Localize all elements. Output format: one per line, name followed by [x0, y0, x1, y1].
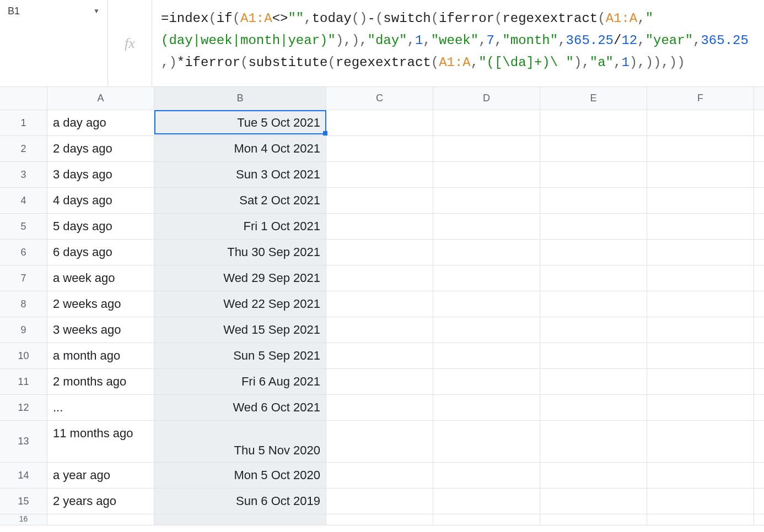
cell-F8[interactable]	[647, 291, 754, 317]
cell-F1[interactable]	[647, 110, 754, 135]
cell-C12[interactable]	[326, 395, 433, 420]
column-header-F[interactable]: F	[647, 87, 754, 110]
cell-D15[interactable]	[433, 488, 540, 514]
row-header[interactable]: 3	[0, 162, 47, 187]
cell-F4[interactable]	[647, 188, 754, 213]
row-header[interactable]: 13	[0, 421, 47, 462]
cell-F14[interactable]	[647, 463, 754, 488]
column-header-A[interactable]: A	[47, 87, 154, 110]
cell-B2[interactable]: Mon 4 Oct 2021	[154, 136, 326, 161]
cell-B4[interactable]: Sat 2 Oct 2021	[154, 188, 326, 213]
cell-C5[interactable]	[326, 214, 433, 239]
cell-E12[interactable]	[540, 395, 647, 420]
name-box[interactable]: B1 ▼	[0, 0, 108, 22]
row-header[interactable]: 1	[0, 110, 47, 135]
cell-F11[interactable]	[647, 369, 754, 394]
cell-E13[interactable]	[540, 421, 647, 462]
cell-E16[interactable]	[540, 514, 647, 525]
cell-D11[interactable]	[433, 369, 540, 394]
cell-C3[interactable]	[326, 162, 433, 187]
cell-C4[interactable]	[326, 188, 433, 213]
select-all-corner[interactable]	[0, 87, 47, 110]
cell-A14[interactable]: a year ago	[47, 463, 154, 488]
cell-D14[interactable]	[433, 463, 540, 488]
row-header[interactable]: 8	[0, 291, 47, 317]
cell-A9[interactable]: 3 weeks ago	[47, 317, 154, 343]
cell-F7[interactable]	[647, 265, 754, 291]
cell-A16[interactable]	[47, 514, 154, 525]
cell-A8[interactable]: 2 weeks ago	[47, 291, 154, 317]
cell-B16[interactable]	[154, 514, 326, 525]
cell-C11[interactable]	[326, 369, 433, 394]
cell-E1[interactable]	[540, 110, 647, 135]
row-header[interactable]: 5	[0, 214, 47, 239]
cell-C2[interactable]	[326, 136, 433, 161]
cell-B11[interactable]: Fri 6 Aug 2021	[154, 369, 326, 394]
cell-F3[interactable]	[647, 162, 754, 187]
cell-E14[interactable]	[540, 463, 647, 488]
formula-input[interactable]: =index(if(A1:A<>"",today()-(switch(iferr…	[152, 0, 764, 86]
cell-B14[interactable]: Mon 5 Oct 2020	[154, 463, 326, 488]
cell-D1[interactable]	[433, 110, 540, 135]
cell-A1[interactable]: a day ago	[47, 110, 154, 135]
cell-B3[interactable]: Sun 3 Oct 2021	[154, 162, 326, 187]
cell-D16[interactable]	[433, 514, 540, 525]
cell-F15[interactable]	[647, 488, 754, 514]
cell-C15[interactable]	[326, 488, 433, 514]
column-header-D[interactable]: D	[433, 87, 540, 110]
cell-E8[interactable]	[540, 291, 647, 317]
cell-B5[interactable]: Fri 1 Oct 2021	[154, 214, 326, 239]
cell-C10[interactable]	[326, 343, 433, 368]
cell-D2[interactable]	[433, 136, 540, 161]
column-header-E[interactable]: E	[540, 87, 647, 110]
cell-C6[interactable]	[326, 240, 433, 265]
cell-C1[interactable]	[326, 110, 433, 135]
row-header[interactable]: 7	[0, 265, 47, 291]
row-header[interactable]: 12	[0, 395, 47, 420]
cell-F16[interactable]	[647, 514, 754, 525]
row-header[interactable]: 6	[0, 240, 47, 265]
cell-A10[interactable]: a month ago	[47, 343, 154, 368]
row-header[interactable]: 9	[0, 317, 47, 343]
cell-A12[interactable]: ...	[47, 395, 154, 420]
cell-D9[interactable]	[433, 317, 540, 343]
cell-A3[interactable]: 3 days ago	[47, 162, 154, 187]
row-header[interactable]: 15	[0, 488, 47, 514]
cell-F12[interactable]	[647, 395, 754, 420]
cell-E10[interactable]	[540, 343, 647, 368]
chevron-down-icon[interactable]: ▼	[93, 7, 100, 15]
cell-B10[interactable]: Sun 5 Sep 2021	[154, 343, 326, 368]
cell-A5[interactable]: 5 days ago	[47, 214, 154, 239]
cell-B7[interactable]: Wed 29 Sep 2021	[154, 265, 326, 291]
cell-F5[interactable]	[647, 214, 754, 239]
row-header[interactable]: 11	[0, 369, 47, 394]
cell-B1[interactable]: Tue 5 Oct 2021	[154, 110, 326, 135]
cell-D13[interactable]	[433, 421, 540, 462]
row-header[interactable]: 2	[0, 136, 47, 161]
row-header[interactable]: 4	[0, 188, 47, 213]
cell-C13[interactable]	[326, 421, 433, 462]
cell-F13[interactable]	[647, 421, 754, 462]
cell-C9[interactable]	[326, 317, 433, 343]
cell-D10[interactable]	[433, 343, 540, 368]
cell-B15[interactable]: Sun 6 Oct 2019	[154, 488, 326, 514]
column-header-B[interactable]: B	[154, 87, 326, 110]
cell-E15[interactable]	[540, 488, 647, 514]
cell-F2[interactable]	[647, 136, 754, 161]
cell-C16[interactable]	[326, 514, 433, 525]
cell-E11[interactable]	[540, 369, 647, 394]
cell-E9[interactable]	[540, 317, 647, 343]
cell-D12[interactable]	[433, 395, 540, 420]
cell-A11[interactable]: 2 months ago	[47, 369, 154, 394]
cell-D5[interactable]	[433, 214, 540, 239]
cell-B8[interactable]: Wed 22 Sep 2021	[154, 291, 326, 317]
cell-E3[interactable]	[540, 162, 647, 187]
column-header-C[interactable]: C	[326, 87, 433, 110]
cell-E2[interactable]	[540, 136, 647, 161]
cell-A6[interactable]: 6 days ago	[47, 240, 154, 265]
cell-A15[interactable]: 2 years ago	[47, 488, 154, 514]
cell-B6[interactable]: Thu 30 Sep 2021	[154, 240, 326, 265]
cell-E7[interactable]	[540, 265, 647, 291]
cell-F10[interactable]	[647, 343, 754, 368]
cell-E6[interactable]	[540, 240, 647, 265]
